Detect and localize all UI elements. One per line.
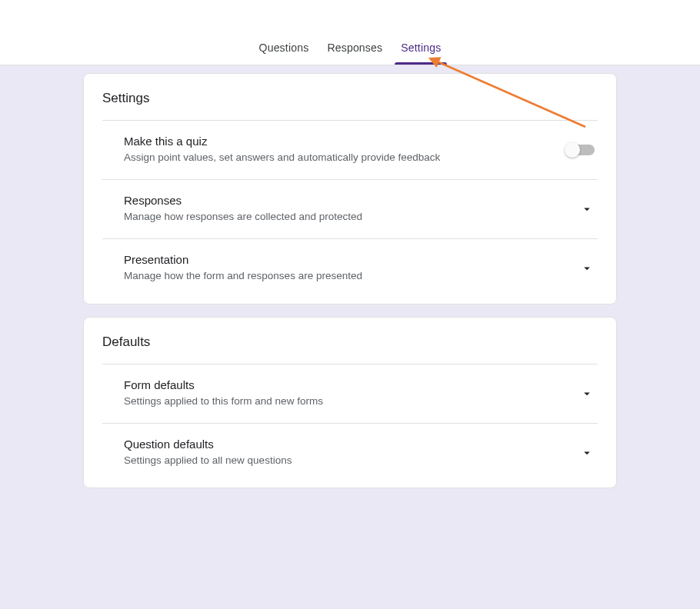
form-defaults-section[interactable]: Form defaults Settings applied to this f… (102, 364, 598, 423)
toggle-knob-icon (565, 142, 580, 158)
question-defaults-section[interactable]: Question defaults Settings applied to al… (102, 423, 598, 482)
responses-section[interactable]: Responses Manage how responses are colle… (102, 179, 598, 238)
settings-card-title: Settings (102, 91, 598, 120)
defaults-card-title: Defaults (102, 334, 598, 364)
page-body: Settings Make this a quiz Assign point v… (0, 65, 700, 609)
defaults-card: Defaults Form defaults Settings applied … (83, 317, 617, 489)
question-defaults-text: Question defaults Settings applied to al… (124, 438, 579, 468)
make-quiz-desc: Assign point values, set answers and aut… (124, 151, 567, 165)
presentation-title: Presentation (124, 253, 579, 266)
form-defaults-title: Form defaults (124, 378, 579, 391)
responses-title: Responses (124, 194, 579, 207)
responses-text: Responses Manage how responses are colle… (124, 194, 579, 225)
make-quiz-toggle[interactable] (567, 145, 595, 155)
chevron-down-icon (579, 201, 595, 217)
chevron-down-icon (579, 386, 595, 401)
settings-card: Settings Make this a quiz Assign point v… (83, 73, 617, 304)
presentation-text: Presentation Manage how the form and res… (124, 253, 579, 284)
make-quiz-section: Make this a quiz Assign point values, se… (102, 120, 598, 179)
tabs-container: Questions Responses Settings (250, 42, 451, 65)
tab-questions[interactable]: Questions (250, 42, 318, 65)
presentation-section[interactable]: Presentation Manage how the form and res… (102, 238, 598, 298)
top-tab-bar: Questions Responses Settings (0, 0, 700, 65)
question-defaults-title: Question defaults (124, 438, 579, 451)
tab-responses[interactable]: Responses (318, 42, 392, 65)
presentation-desc: Manage how the form and responses are pr… (124, 269, 579, 284)
chevron-down-icon (579, 261, 595, 276)
form-defaults-text: Form defaults Settings applied to this f… (124, 378, 579, 409)
form-defaults-desc: Settings applied to this form and new fo… (124, 394, 579, 409)
make-quiz-title: Make this a quiz (124, 135, 567, 148)
tab-settings[interactable]: Settings (392, 42, 450, 65)
question-defaults-desc: Settings applied to all new questions (124, 454, 579, 468)
responses-desc: Manage how responses are collected and p… (124, 210, 579, 225)
make-quiz-text: Make this a quiz Assign point values, se… (124, 135, 567, 165)
chevron-down-icon (579, 445, 595, 461)
